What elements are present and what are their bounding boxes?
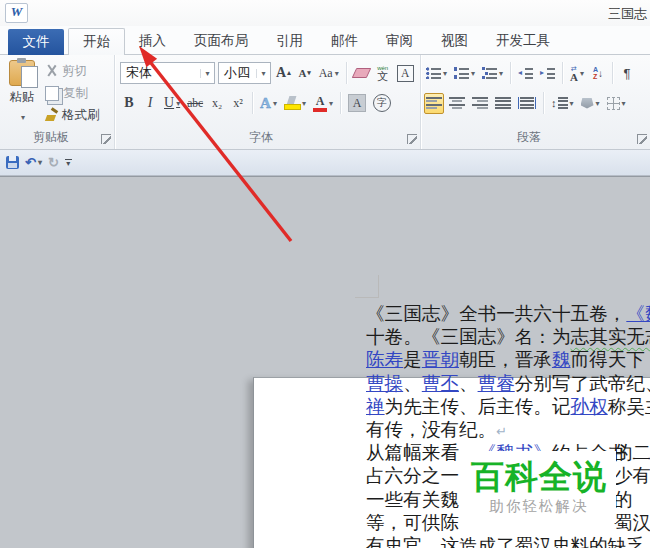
- align-right-icon: [472, 97, 488, 109]
- group-paragraph: ⇄ A AZ ↓ ¶: [420, 55, 650, 149]
- font-name-combobox[interactable]: 宋体 ▾: [120, 62, 215, 84]
- cut-button[interactable]: 剪切: [45, 61, 87, 81]
- window-title: 三国志: [608, 5, 647, 23]
- clipboard-dialog-launcher-icon[interactable]: [101, 134, 111, 144]
- enclose-characters-button[interactable]: 字: [371, 93, 393, 114]
- paste-dropdown[interactable]: [19, 106, 25, 124]
- align-right-button[interactable]: [470, 93, 490, 114]
- font-dialog-launcher-icon[interactable]: [407, 134, 417, 144]
- hyperlink[interactable]: 孙权: [571, 396, 608, 417]
- hyperlink[interactable]: 曹睿: [478, 373, 515, 394]
- italic-button[interactable]: I: [141, 93, 159, 114]
- text-run: 等，可供陈: [366, 512, 459, 533]
- group-font: 宋体 ▾ 小四 ▾ A▴ A▾ Aa wén 文 A: [114, 55, 421, 149]
- paste-label: 粘贴: [10, 89, 35, 106]
- font-color-button[interactable]: A: [311, 93, 335, 114]
- text-run: 是: [403, 349, 422, 370]
- change-case-button[interactable]: Aa: [317, 63, 341, 84]
- distribute-button[interactable]: [516, 93, 538, 114]
- multilevel-list-button[interactable]: [480, 63, 505, 84]
- decrease-indent-button[interactable]: [516, 63, 535, 84]
- customize-qat-button[interactable]: ▾: [65, 159, 72, 166]
- text-line: 《三国志》全书一共六十五卷，《魏: [366, 302, 650, 325]
- tab-插入[interactable]: 插入: [125, 28, 180, 55]
- character-shading-icon: A: [348, 94, 366, 112]
- text-run: 称吴主: [608, 396, 650, 417]
- align-center-button[interactable]: [447, 93, 467, 114]
- increase-indent-button[interactable]: [538, 63, 557, 84]
- subscript-button[interactable]: x₂: [208, 93, 226, 114]
- text-run: 为先主传、后主传。记: [385, 396, 571, 417]
- chevron-down-icon[interactable]: ▾: [200, 69, 214, 78]
- align-center-icon: [449, 97, 465, 109]
- bullet-list-icon: [426, 67, 441, 79]
- save-icon: [6, 156, 19, 169]
- character-border-button[interactable]: A: [395, 63, 416, 84]
- text-fragment-right: 蜀汉: [614, 511, 650, 534]
- text-run: 分别写了武帝纪、: [515, 373, 650, 394]
- paste-button[interactable]: 粘贴: [4, 60, 40, 124]
- quick-access-toolbar: ↶ ↻ ▾: [0, 150, 650, 176]
- character-shading-button[interactable]: A: [346, 93, 368, 114]
- sort-button[interactable]: AZ ↓: [589, 63, 607, 84]
- text-run: 从篇幅来看，: [366, 442, 478, 463]
- paragraph-dialog-launcher-icon[interactable]: [637, 134, 647, 144]
- grow-font-button[interactable]: A▴: [274, 63, 293, 84]
- clear-formatting-button[interactable]: [352, 63, 371, 84]
- phonetic-guide-icon: wén 文: [377, 65, 388, 82]
- align-left-button[interactable]: [424, 93, 444, 114]
- text-line: 有史官，这造成了蜀汉史料的缺乏。: [366, 534, 650, 548]
- superscript-button[interactable]: x²: [229, 93, 247, 114]
- tab-审阅[interactable]: 审阅: [372, 28, 427, 55]
- strikethrough-button[interactable]: abc: [185, 93, 205, 114]
- word-app-icon[interactable]: W: [5, 3, 28, 23]
- shading-button[interactable]: [579, 93, 602, 114]
- increase-indent-icon: [540, 67, 555, 79]
- text-run: 十卷。《三国志》名：为: [366, 326, 571, 347]
- tab-视图[interactable]: 视图: [427, 28, 482, 55]
- tab-开发工具[interactable]: 开发工具: [482, 28, 564, 55]
- redo-button[interactable]: ↻: [48, 155, 59, 170]
- numbering-button[interactable]: [452, 63, 477, 84]
- text-run: 朝臣，晋承: [459, 349, 552, 370]
- character-scale-icon: ⇄ A: [570, 65, 578, 82]
- bold-button[interactable]: B: [120, 93, 138, 114]
- shrink-font-button[interactable]: A▾: [296, 63, 314, 84]
- copy-button[interactable]: 复制: [45, 83, 88, 103]
- phonetic-guide-button[interactable]: wén 文: [374, 63, 392, 84]
- tab-file[interactable]: 文件: [8, 29, 64, 55]
- undo-button[interactable]: ↶: [25, 155, 42, 170]
- line-spacing-icon: ↕: [551, 97, 568, 109]
- asian-layout-button[interactable]: ⇄ A: [568, 63, 586, 84]
- show-hide-marks-button[interactable]: ¶: [618, 63, 636, 84]
- paragraph-mark: ↵: [496, 424, 507, 439]
- font-size-combobox[interactable]: 小四 ▾: [218, 62, 271, 84]
- line-spacing-button[interactable]: ↕: [549, 93, 576, 114]
- justify-button[interactable]: [493, 93, 513, 114]
- tab-页面布局[interactable]: 页面布局: [180, 28, 262, 55]
- text-run: 志其实无志: [571, 326, 650, 347]
- hyperlink[interactable]: 《魏: [626, 303, 650, 324]
- hyperlink[interactable]: 曹丕: [422, 373, 459, 394]
- hyperlink[interactable]: 魏: [552, 349, 571, 370]
- save-button[interactable]: [6, 156, 19, 169]
- text-run: 有史官，这造成了蜀汉史料的缺乏。: [366, 535, 650, 548]
- highlighter-icon: [284, 96, 300, 111]
- margin-crop-mark: [355, 275, 379, 298]
- borders-button[interactable]: [605, 93, 628, 114]
- format-painter-button[interactable]: 格式刷: [45, 105, 100, 125]
- highlight-color-button[interactable]: [282, 93, 308, 114]
- chevron-down-icon[interactable]: ▾: [256, 69, 270, 78]
- hyperlink[interactable]: 晋朝: [422, 349, 459, 370]
- hyperlink[interactable]: 陈寿: [366, 349, 403, 370]
- text-effects-button[interactable]: A: [258, 93, 279, 114]
- text-line: 禅为先主传、后主传。记孙权称吴主: [366, 395, 650, 418]
- tab-引用[interactable]: 引用: [262, 28, 317, 55]
- font-name-value: 宋体: [121, 64, 200, 82]
- tab-邮件[interactable]: 邮件: [317, 28, 372, 55]
- tab-开始[interactable]: 开始: [68, 28, 125, 55]
- hyperlink[interactable]: 曹操: [366, 373, 403, 394]
- hyperlink[interactable]: 禅: [366, 396, 385, 417]
- bullets-button[interactable]: [424, 63, 449, 84]
- underline-button[interactable]: U: [162, 93, 182, 114]
